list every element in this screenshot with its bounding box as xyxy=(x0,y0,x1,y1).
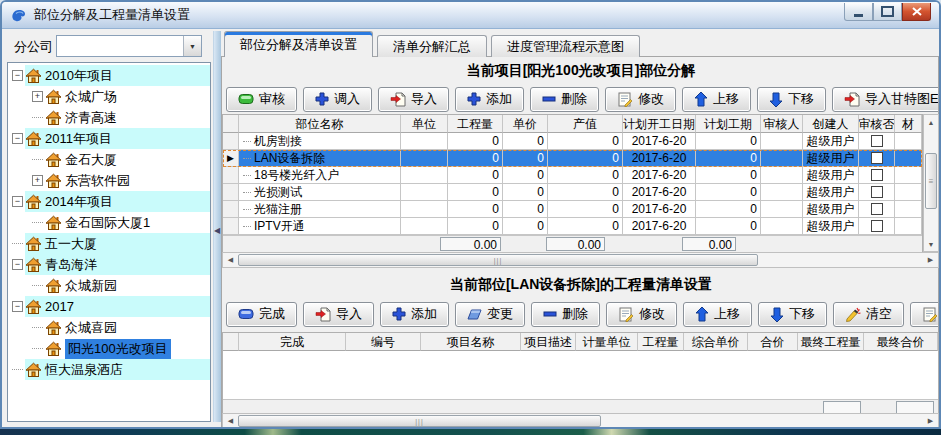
column-header[interactable]: 产值 xyxy=(548,115,623,133)
scroll-down-icon[interactable]: ▼ xyxy=(924,237,938,251)
close-button[interactable] xyxy=(902,3,931,21)
column-header[interactable]: 工程量 xyxy=(638,333,684,351)
parts-row[interactable]: ▶LAN设备拆除0002017-6-200超级用户 xyxy=(223,150,922,167)
tree-item[interactable]: +东营软件园 xyxy=(8,170,210,191)
scroll-right-icon[interactable]: ▶ xyxy=(923,414,938,428)
delete-button[interactable]: 删除 xyxy=(531,302,600,327)
tree-item[interactable]: −2011年项目 xyxy=(8,128,210,149)
column-header[interactable]: 单价 xyxy=(503,115,548,133)
modify-button[interactable]: 修改 xyxy=(605,87,676,112)
import-button[interactable]: 导入 xyxy=(378,87,449,112)
pull-in-button[interactable]: 调入 xyxy=(303,87,372,112)
audit-checkbox[interactable] xyxy=(871,203,883,215)
column-header[interactable]: 综合单价 xyxy=(684,333,748,351)
tab-part-decomposition[interactable]: 部位分解及清单设置 xyxy=(224,31,373,57)
collapse-arrow-icon[interactable]: ◀ xyxy=(214,226,220,235)
column-header[interactable]: 工程量 xyxy=(448,115,503,133)
parts-grid-vscrollbar[interactable]: ▲ ≡ ▼ xyxy=(923,114,939,252)
import-icon xyxy=(844,92,860,107)
import-gantt-excel-button[interactable]: 导入甘特图Excel xyxy=(832,87,938,112)
grid-header-row: 部位名称单位工程量单价产值计划开工日期计划工期审核人创建人审核否材 xyxy=(223,115,922,133)
column-header[interactable]: 审核否 xyxy=(859,115,895,133)
parts-row[interactable]: 光损测试0002017-6-200超级用户 xyxy=(223,184,922,201)
parts-row[interactable]: 光猫注册0002017-6-200超级用户 xyxy=(223,201,922,218)
column-header[interactable]: 计划工期 xyxy=(696,115,761,133)
audit-checkbox[interactable] xyxy=(871,220,883,232)
audit-checkbox[interactable] xyxy=(871,135,883,147)
tab-progress-flow[interactable]: 进度管理流程示意图 xyxy=(491,35,640,57)
column-header[interactable]: 审核人 xyxy=(761,115,803,133)
move-down-button[interactable]: 下移 xyxy=(758,302,827,327)
column-header[interactable]: 合价 xyxy=(748,333,798,351)
expand-icon[interactable]: + xyxy=(32,91,43,102)
collapse-icon[interactable]: − xyxy=(12,196,23,207)
delete-button[interactable]: 删除 xyxy=(530,87,599,112)
tree-item[interactable]: 金石国际大厦1 xyxy=(8,212,210,233)
audit-checkbox[interactable] xyxy=(871,169,883,181)
vscroll-thumb[interactable]: ≡ xyxy=(925,153,937,209)
move-down-button[interactable]: 下移 xyxy=(757,87,826,112)
column-header[interactable]: 计划开工日期 xyxy=(623,115,696,133)
modify-button[interactable]: 修改 xyxy=(606,302,677,327)
column-header[interactable]: 最终合价 xyxy=(864,333,938,351)
import-button[interactable]: 导入 xyxy=(303,302,374,327)
change-button[interactable]: 变更 xyxy=(455,302,525,327)
tree-item[interactable]: 济青高速 xyxy=(8,107,210,128)
start-date-cell: 2017-6-20 xyxy=(623,167,696,184)
add-button[interactable]: 添加 xyxy=(380,302,449,327)
tree-item[interactable]: −2014年项目 xyxy=(8,191,210,212)
expand-icon[interactable]: + xyxy=(32,175,43,186)
parts-row[interactable]: IPTV开通0002017-6-200超级用户 xyxy=(223,218,922,235)
tree-item[interactable]: −青岛海洋 xyxy=(8,254,210,275)
audit-checkbox[interactable] xyxy=(871,152,883,164)
dropdown-arrow-icon[interactable]: ▼ xyxy=(183,36,201,56)
move-up-button[interactable]: 上移 xyxy=(683,302,752,327)
parts-grid-hscrollbar[interactable]: ◀ ||| ▶ xyxy=(222,252,939,268)
collapse-icon[interactable]: − xyxy=(12,301,23,312)
audit-checkbox[interactable] xyxy=(871,186,883,198)
tab-boq-summary[interactable]: 清单分解汇总 xyxy=(377,35,487,57)
add-button[interactable]: 添加 xyxy=(455,87,524,112)
parts-row[interactable]: 机房割接0002017-6-200超级用户 xyxy=(223,133,922,150)
boq-grid: 完成编号项目名称项目描述计量单位工程量综合单价合价最终工程量最终合价 xyxy=(222,332,939,416)
minimize-button[interactable] xyxy=(844,3,873,21)
scroll-left-icon[interactable]: ◀ xyxy=(223,253,238,267)
tree-item[interactable]: 众城喜园 xyxy=(8,317,210,338)
tree-item[interactable]: 恒大温泉酒店 xyxy=(8,359,210,380)
clear-button[interactable]: 清空 xyxy=(833,302,904,327)
tree-item[interactable]: 五一大厦 xyxy=(8,233,210,254)
column-header[interactable]: 完成 xyxy=(239,333,346,351)
audit-button[interactable]: 审核 xyxy=(226,87,297,112)
tree-item[interactable]: −2010年项目 xyxy=(8,65,210,86)
column-header[interactable]: 创建人 xyxy=(803,115,859,133)
tree-item[interactable]: −2017 xyxy=(8,296,210,317)
tree-item[interactable]: 阳光100光改项目 xyxy=(8,338,210,359)
column-header[interactable]: 部位名称 xyxy=(239,115,401,133)
panel-splitter[interactable]: ◀ xyxy=(213,31,221,422)
parts-row[interactable]: 18号楼光纤入户0002017-6-200超级用户 xyxy=(223,167,922,184)
column-header[interactable]: 单位 xyxy=(401,115,448,133)
move-up-button[interactable]: 上移 xyxy=(682,87,751,112)
scroll-up-icon[interactable]: ▲ xyxy=(924,115,938,129)
maximize-button[interactable] xyxy=(873,3,902,21)
tree-item[interactable]: 金石大厦 xyxy=(8,149,210,170)
hscroll-thumb[interactable]: ||| xyxy=(238,254,758,266)
column-header[interactable]: 项目描述 xyxy=(521,333,576,351)
tree-item[interactable]: +众城广场 xyxy=(8,86,210,107)
column-header[interactable]: 项目名称 xyxy=(421,333,521,351)
hscroll-thumb[interactable]: ||| xyxy=(238,415,601,427)
boq-grid-hscrollbar[interactable]: ◀ ||| ▶ xyxy=(222,413,939,429)
scroll-right-icon[interactable]: ▶ xyxy=(923,253,938,267)
collapse-icon[interactable]: − xyxy=(12,133,23,144)
finish-button[interactable]: 完成 xyxy=(226,302,297,327)
branch-combobox[interactable]: ▼ xyxy=(56,35,202,57)
collapse-icon[interactable]: − xyxy=(12,259,23,270)
collapse-icon[interactable]: − xyxy=(12,70,23,81)
tree-item[interactable]: 众城新园 xyxy=(8,275,210,296)
column-header[interactable]: 编号 xyxy=(346,333,421,351)
column-header[interactable]: 最终工程量 xyxy=(798,333,864,351)
scroll-left-icon[interactable]: ◀ xyxy=(223,414,238,428)
column-header[interactable]: 材 xyxy=(895,115,922,133)
batch-price-button[interactable]: 批量调价 xyxy=(910,302,938,327)
column-header[interactable]: 计量单位 xyxy=(576,333,638,351)
